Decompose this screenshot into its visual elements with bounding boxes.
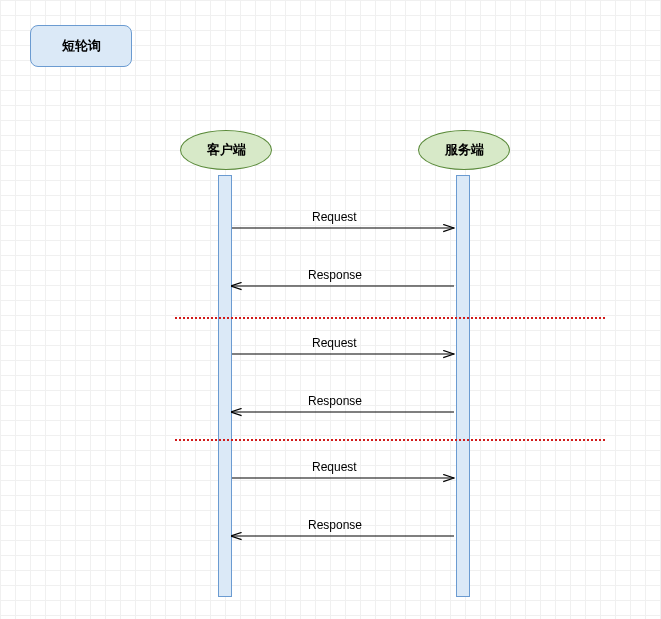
- message-label: Response: [308, 394, 362, 408]
- participant-client: 客户端: [180, 130, 272, 170]
- cycle-divider: [175, 317, 605, 319]
- message-label: Request: [312, 210, 357, 224]
- message-label: Request: [312, 460, 357, 474]
- message-label: Response: [308, 268, 362, 282]
- lifeline-server: [456, 175, 470, 597]
- participant-server: 服务端: [418, 130, 510, 170]
- cycle-divider: [175, 439, 605, 441]
- lifeline-client: [218, 175, 232, 597]
- message-label: Response: [308, 518, 362, 532]
- message-label: Request: [312, 336, 357, 350]
- diagram-title: 短轮询: [30, 25, 132, 67]
